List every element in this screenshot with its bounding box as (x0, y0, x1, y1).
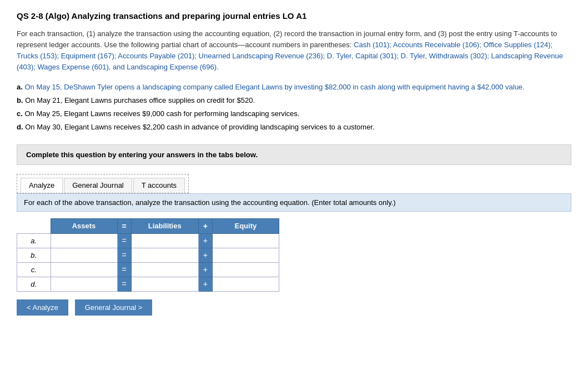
col-plus: + (198, 218, 212, 233)
equity-input-d[interactable] (212, 277, 279, 291)
instruction-box: Complete this question by entering your … (17, 144, 571, 165)
eq-sign-a: = (117, 233, 131, 248)
tab-instruction-bar: For each of the above transaction, analy… (17, 193, 571, 212)
transaction-d: d. On May 30, Elegant Lawns receives $2,… (17, 121, 571, 133)
liabilities-input-a[interactable] (131, 233, 198, 248)
assets-input-c[interactable] (51, 262, 117, 277)
eq-sign-c: = (117, 262, 131, 277)
prev-button[interactable]: < Analyze (17, 299, 68, 316)
description: For each transaction, (1) analyze the tr… (17, 28, 571, 73)
tabs: Analyze General Journal T accounts (21, 178, 185, 193)
row-label-b: b. (17, 248, 51, 262)
col-liabilities: Liabilities (131, 218, 198, 233)
transaction-b: b. On May 21, Elegant Lawns purchases of… (17, 94, 571, 107)
assets-input-b[interactable] (51, 248, 117, 262)
liabilities-field-b[interactable] (135, 251, 195, 260)
plus-sign-b: + (198, 248, 212, 262)
transactions-list: a. On May 15, DeShawn Tyler opens a land… (17, 81, 571, 133)
tab-instruction-text: For each of the above transaction, analy… (24, 198, 310, 207)
description-text: For each transaction, (1) analyze the tr… (17, 29, 563, 71)
liabilities-field-a[interactable] (135, 236, 195, 246)
liabilities-input-c[interactable] (131, 262, 198, 277)
tab-analyze[interactable]: Analyze (21, 178, 63, 193)
plus-sign-a: + (198, 233, 212, 248)
liabilities-input-b[interactable] (131, 248, 198, 262)
tabs-container: Analyze General Journal T accounts (17, 174, 189, 193)
col-assets: Assets (51, 218, 117, 233)
assets-field-d[interactable] (54, 279, 114, 289)
table-row: a. = + (17, 233, 279, 248)
page-title: QS 2-8 (Algo) Analyzing transactions and… (17, 11, 571, 21)
tab-t-accounts[interactable]: T accounts (133, 178, 185, 193)
row-label-d: d. (17, 277, 51, 291)
transaction-a: a. On May 15, DeShawn Tyler opens a land… (17, 81, 571, 93)
row-label-c: c. (17, 262, 51, 277)
transaction-c: c. On May 25, Elegant Lawns receives $9,… (17, 108, 571, 120)
assets-field-c[interactable] (54, 265, 114, 274)
assets-input-d[interactable] (51, 277, 117, 291)
liabilities-field-c[interactable] (135, 265, 195, 274)
table-row: d. = + (17, 277, 279, 291)
equity-input-a[interactable] (212, 233, 279, 248)
tab-content-section: For each of the above transaction, analy… (17, 193, 571, 316)
equation-table: Assets = Liabilities + Equity a. = + (17, 218, 279, 292)
tab-instruction-note: (Enter total amounts only.) (311, 198, 396, 207)
next-button[interactable]: General Journal > (75, 299, 153, 316)
eq-sign-d: = (117, 277, 131, 291)
col-eq: = (117, 218, 131, 233)
equity-field-c[interactable] (216, 265, 275, 274)
equation-table-section: Assets = Liabilities + Equity a. = + (17, 218, 571, 292)
tab-general-journal[interactable]: General Journal (64, 178, 132, 193)
equity-field-d[interactable] (216, 279, 275, 289)
plus-sign-c: + (198, 262, 212, 277)
equity-field-b[interactable] (216, 251, 275, 260)
assets-input-a[interactable] (51, 233, 117, 248)
equity-input-b[interactable] (212, 248, 279, 262)
assets-field-b[interactable] (54, 251, 114, 260)
table-row: c. = + (17, 262, 279, 277)
equity-field-a[interactable] (216, 236, 275, 246)
plus-sign-d: + (198, 277, 212, 291)
nav-buttons: < Analyze General Journal > (17, 299, 571, 316)
row-label-a: a. (17, 233, 51, 248)
equity-input-c[interactable] (212, 262, 279, 277)
table-row: b. = + (17, 248, 279, 262)
liabilities-input-d[interactable] (131, 277, 198, 291)
assets-field-a[interactable] (54, 236, 114, 246)
eq-sign-b: = (117, 248, 131, 262)
liabilities-field-d[interactable] (135, 279, 195, 289)
col-equity: Equity (212, 218, 279, 233)
